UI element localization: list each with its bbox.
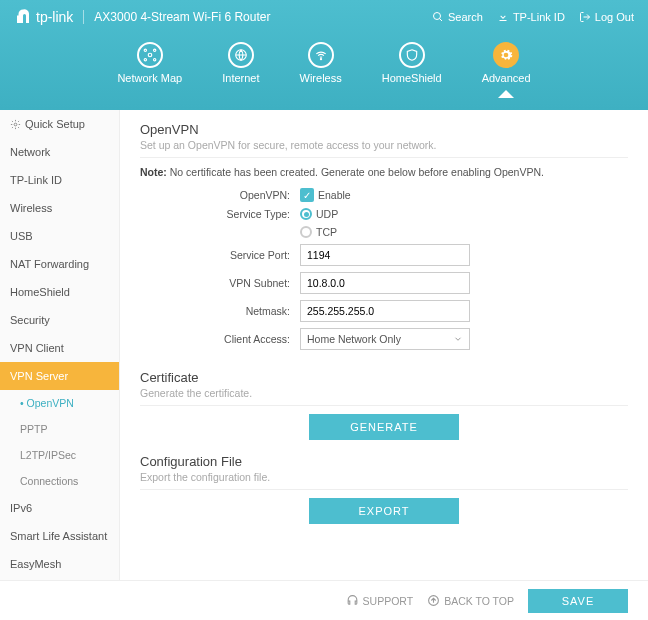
enable-text: Enable: [318, 189, 351, 201]
tplinkid-link[interactable]: TP-Link ID: [497, 11, 565, 23]
brand-text: tp-link: [36, 9, 73, 25]
label-service-type: Service Type:: [140, 208, 300, 220]
sidebar: Quick Setup Network TP-Link ID Wireless …: [0, 110, 120, 580]
config-title: Configuration File: [140, 454, 628, 469]
gear-small-icon: [10, 119, 21, 130]
cert-title: Certificate: [140, 370, 628, 385]
sidebar-smartlife[interactable]: Smart Life Assistant: [0, 522, 119, 550]
svg-point-2: [148, 53, 152, 57]
svg-point-6: [153, 59, 155, 61]
vpn-subnet-input[interactable]: [300, 272, 470, 294]
sidebar-ipv6[interactable]: IPv6: [0, 494, 119, 522]
openvpn-title: OpenVPN: [140, 122, 628, 137]
sidebar-sub-openvpn[interactable]: OpenVPN: [0, 390, 119, 416]
network-map-icon: [137, 42, 163, 68]
save-button[interactable]: SAVE: [528, 589, 628, 613]
nav-wireless[interactable]: Wireless: [300, 42, 342, 84]
label-service-port: Service Port:: [140, 249, 300, 261]
svg-line-1: [440, 19, 443, 22]
download-icon: [497, 11, 509, 23]
globe-icon: [228, 42, 254, 68]
generate-button[interactable]: GENERATE: [309, 414, 459, 440]
back-to-top-link[interactable]: BACK TO TOP: [427, 594, 514, 607]
navbar: Network Map Internet Wireless HomeShield…: [0, 34, 648, 84]
logout-link[interactable]: Log Out: [579, 11, 634, 23]
header: tp-link AX3000 4-Stream Wi-Fi 6 Router S…: [0, 0, 648, 110]
svg-point-8: [320, 59, 321, 60]
sidebar-quick-setup[interactable]: Quick Setup: [0, 110, 119, 138]
label-vpn-subnet: VPN Subnet:: [140, 277, 300, 289]
client-access-select[interactable]: Home Network Only: [300, 328, 470, 350]
cert-sub: Generate the certificate.: [140, 387, 628, 406]
svg-point-9: [14, 123, 17, 126]
sidebar-security[interactable]: Security: [0, 306, 119, 334]
sidebar-homeshield[interactable]: HomeShield: [0, 278, 119, 306]
chevron-down-icon: [453, 334, 463, 344]
sidebar-network[interactable]: Network: [0, 138, 119, 166]
nav-homeshield[interactable]: HomeShield: [382, 42, 442, 84]
sidebar-sub-l2tp[interactable]: L2TP/IPSec: [0, 442, 119, 468]
config-sub: Export the configuration file.: [140, 471, 628, 490]
svg-point-0: [434, 13, 441, 20]
radio-udp[interactable]: [300, 208, 312, 220]
nav-network-map[interactable]: Network Map: [117, 42, 182, 84]
sidebar-vpnserver[interactable]: VPN Server: [0, 362, 119, 390]
logout-icon: [579, 11, 591, 23]
arrow-up-icon: [427, 594, 440, 607]
netmask-input[interactable]: [300, 300, 470, 322]
gear-icon: [493, 42, 519, 68]
label-openvpn: OpenVPN:: [140, 189, 300, 201]
svg-point-5: [144, 59, 146, 61]
sidebar-wireless[interactable]: Wireless: [0, 194, 119, 222]
label-netmask: Netmask:: [140, 305, 300, 317]
wifi-icon: [308, 42, 334, 68]
shield-icon: [399, 42, 425, 68]
sidebar-tplinkid[interactable]: TP-Link ID: [0, 166, 119, 194]
openvpn-subtitle: Set up an OpenVPN for secure, remote acc…: [140, 139, 628, 158]
sidebar-easymesh[interactable]: EasyMesh: [0, 550, 119, 578]
radio-tcp[interactable]: [300, 226, 312, 238]
svg-point-3: [144, 49, 146, 51]
content: OpenVPN Set up an OpenVPN for secure, re…: [120, 110, 648, 580]
nav-advanced[interactable]: Advanced: [482, 42, 531, 84]
nav-internet[interactable]: Internet: [222, 42, 259, 84]
svg-point-4: [153, 49, 155, 51]
sidebar-vpnclient[interactable]: VPN Client: [0, 334, 119, 362]
logo: tp-link: [14, 8, 73, 26]
export-button[interactable]: EXPORT: [309, 498, 459, 524]
support-link[interactable]: SUPPORT: [346, 594, 414, 607]
product-name: AX3000 4-Stream Wi-Fi 6 Router: [83, 10, 270, 24]
sidebar-usb[interactable]: USB: [0, 222, 119, 250]
sidebar-system[interactable]: System: [0, 578, 119, 580]
topbar: tp-link AX3000 4-Stream Wi-Fi 6 Router S…: [0, 0, 648, 34]
openvpn-note: Note: No certificate has been created. G…: [140, 166, 628, 178]
service-port-input[interactable]: [300, 244, 470, 266]
sidebar-sub-pptp[interactable]: PPTP: [0, 416, 119, 442]
search-link[interactable]: Search: [432, 11, 483, 23]
enable-checkbox[interactable]: ✓: [300, 188, 314, 202]
sidebar-sub-connections[interactable]: Connections: [0, 468, 119, 494]
footer: SUPPORT BACK TO TOP SAVE: [0, 580, 648, 620]
search-icon: [432, 11, 444, 23]
tplink-logo-icon: [14, 8, 32, 26]
label-client-access: Client Access:: [140, 333, 300, 345]
headset-icon: [346, 594, 359, 607]
sidebar-nat[interactable]: NAT Forwarding: [0, 250, 119, 278]
